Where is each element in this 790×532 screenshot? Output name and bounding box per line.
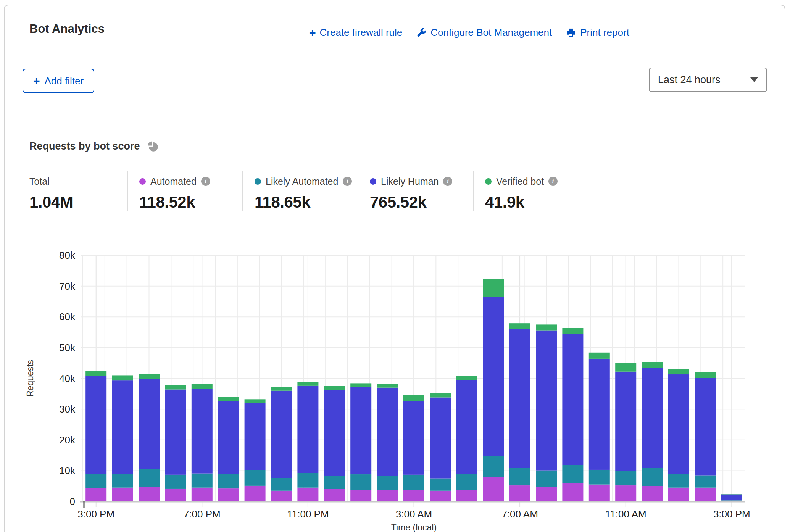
- bar-segment-likely-human[interactable]: [350, 387, 371, 474]
- bar-segment-verified-bot[interactable]: [536, 324, 557, 330]
- bar-segment-likely-automated[interactable]: [85, 474, 106, 488]
- bar-segment-verified-bot[interactable]: [192, 384, 213, 389]
- bar-segment-likely-human[interactable]: [721, 494, 742, 500]
- bar-segment-verified-bot[interactable]: [483, 279, 504, 297]
- configure-bot-management-link[interactable]: Configure Bot Management: [416, 27, 552, 39]
- bar-segment-automated[interactable]: [297, 488, 318, 501]
- bar-segment-verified-bot[interactable]: [218, 397, 239, 401]
- bar-segment-automated[interactable]: [271, 491, 292, 501]
- bar-segment-likely-human[interactable]: [192, 389, 213, 474]
- bar-segment-automated[interactable]: [85, 488, 106, 501]
- bar-segment-likely-human[interactable]: [165, 390, 186, 475]
- bar-segment-likely-automated[interactable]: [536, 471, 557, 487]
- create-firewall-rule-link[interactable]: + Create firewall rule: [309, 27, 402, 39]
- bar-segment-likely-human[interactable]: [245, 403, 266, 470]
- bar-segment-automated[interactable]: [245, 486, 266, 501]
- bar-segment-likely-automated[interactable]: [377, 476, 398, 490]
- bar-segment-verified-bot[interactable]: [85, 371, 106, 376]
- bar-segment-verified-bot[interactable]: [589, 353, 610, 359]
- bar-segment-likely-human[interactable]: [377, 388, 398, 476]
- bar-segment-verified-bot[interactable]: [403, 395, 424, 401]
- bar-segment-verified-bot[interactable]: [695, 372, 716, 378]
- bar-segment-verified-bot[interactable]: [112, 375, 133, 380]
- bar-segment-likely-human[interactable]: [456, 380, 477, 474]
- bar-segment-verified-bot[interactable]: [430, 393, 451, 397]
- bar-segment-verified-bot[interactable]: [139, 374, 160, 379]
- bar-segment-likely-automated[interactable]: [218, 474, 239, 488]
- bar-segment-likely-automated[interactable]: [297, 473, 318, 488]
- bar-segment-automated[interactable]: [192, 488, 213, 501]
- bar-segment-verified-bot[interactable]: [377, 384, 398, 388]
- bar-segment-automated[interactable]: [112, 488, 133, 501]
- bar-segment-likely-automated[interactable]: [192, 474, 213, 488]
- bar-segment-likely-human[interactable]: [668, 374, 689, 474]
- bar-segment-likely-automated[interactable]: [721, 500, 742, 500]
- bar-segment-verified-bot[interactable]: [615, 363, 636, 372]
- bar-segment-likely-human[interactable]: [271, 391, 292, 478]
- bar-segment-likely-automated[interactable]: [589, 470, 610, 485]
- bar-segment-automated[interactable]: [377, 490, 398, 501]
- bar-segment-likely-human[interactable]: [297, 386, 318, 473]
- bar-segment-likely-automated[interactable]: [562, 465, 583, 483]
- bar-segment-verified-bot[interactable]: [456, 376, 477, 380]
- bar-segment-likely-human[interactable]: [615, 372, 636, 471]
- bar-segment-automated[interactable]: [562, 483, 583, 501]
- info-icon[interactable]: i: [343, 177, 352, 186]
- bar-segment-likely-automated[interactable]: [350, 474, 371, 490]
- info-icon[interactable]: i: [201, 177, 210, 186]
- bar-segment-likely-automated[interactable]: [509, 468, 530, 485]
- bar-segment-likely-human[interactable]: [642, 368, 663, 468]
- bar-segment-automated[interactable]: [509, 485, 530, 501]
- bar-segment-likely-automated[interactable]: [112, 474, 133, 487]
- bar-segment-likely-human[interactable]: [562, 334, 583, 465]
- bar-segment-automated[interactable]: [350, 490, 371, 501]
- bar-segment-verified-bot[interactable]: [562, 328, 583, 334]
- bar-segment-likely-human[interactable]: [112, 380, 133, 474]
- bar-segment-verified-bot[interactable]: [324, 386, 345, 390]
- bar-segment-likely-human[interactable]: [324, 390, 345, 476]
- add-filter-button[interactable]: + Add filter: [23, 69, 94, 93]
- time-range-dropdown[interactable]: Last 24 hours: [649, 68, 767, 92]
- bar-segment-verified-bot[interactable]: [245, 399, 266, 403]
- bar-segment-likely-automated[interactable]: [615, 471, 636, 485]
- bar-segment-verified-bot[interactable]: [721, 494, 742, 495]
- bar-segment-likely-automated[interactable]: [668, 474, 689, 487]
- bar-segment-automated[interactable]: [456, 490, 477, 501]
- bar-segment-likely-human[interactable]: [536, 331, 557, 471]
- bar-segment-automated[interactable]: [430, 491, 451, 501]
- bar-segment-likely-automated[interactable]: [139, 469, 160, 487]
- bar-segment-likely-automated[interactable]: [271, 478, 292, 491]
- bar-segment-automated[interactable]: [615, 485, 636, 501]
- bar-segment-likely-automated[interactable]: [483, 456, 504, 477]
- bar-segment-automated[interactable]: [403, 490, 424, 501]
- bar-segment-likely-automated[interactable]: [642, 468, 663, 486]
- bar-segment-likely-human[interactable]: [589, 359, 610, 470]
- bar-segment-automated[interactable]: [218, 488, 239, 501]
- print-report-link[interactable]: Print report: [566, 27, 629, 39]
- bar-segment-verified-bot[interactable]: [509, 323, 530, 329]
- bar-segment-automated[interactable]: [536, 487, 557, 501]
- bar-segment-likely-human[interactable]: [509, 329, 530, 468]
- bar-segment-automated[interactable]: [165, 489, 186, 501]
- bar-segment-automated[interactable]: [642, 486, 663, 501]
- bar-segment-likely-human[interactable]: [430, 397, 451, 478]
- bar-segment-likely-automated[interactable]: [245, 470, 266, 486]
- bar-segment-likely-automated[interactable]: [324, 476, 345, 489]
- bar-segment-verified-bot[interactable]: [350, 383, 371, 387]
- bar-segment-likely-human[interactable]: [403, 401, 424, 475]
- bar-segment-verified-bot[interactable]: [297, 382, 318, 386]
- bar-segment-automated[interactable]: [695, 488, 716, 501]
- bar-segment-verified-bot[interactable]: [668, 369, 689, 375]
- bar-segment-likely-human[interactable]: [85, 376, 106, 474]
- bar-segment-likely-human[interactable]: [218, 401, 239, 474]
- info-icon[interactable]: i: [548, 177, 558, 186]
- bar-segment-likely-human[interactable]: [139, 379, 160, 469]
- bar-segment-automated[interactable]: [668, 488, 689, 501]
- bar-segment-automated[interactable]: [139, 487, 160, 501]
- bar-segment-automated[interactable]: [324, 489, 345, 501]
- info-icon[interactable]: i: [443, 177, 452, 186]
- bar-segment-verified-bot[interactable]: [642, 362, 663, 368]
- bar-segment-likely-automated[interactable]: [456, 474, 477, 490]
- bar-segment-verified-bot[interactable]: [165, 385, 186, 389]
- bar-segment-automated[interactable]: [589, 485, 610, 501]
